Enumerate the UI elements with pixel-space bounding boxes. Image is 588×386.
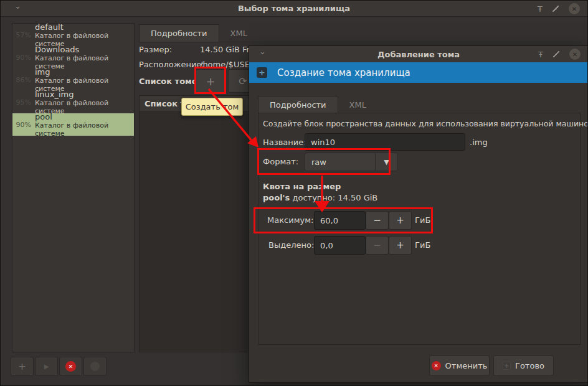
max-unit: ГиБ — [415, 215, 430, 225]
chevron-down-icon: ▼ — [375, 153, 397, 171]
plus-icon: + — [18, 360, 26, 372]
pool-type: Каталог в файловой системе — [35, 121, 134, 138]
add-volume-dialog: ⌄ Добавление тома Ŧ ✕ + Создание тома хр… — [249, 45, 588, 383]
pool-row-default[interactable]: 57% default Каталог в файловой системе — [12, 24, 134, 46]
alloc-increase-button[interactable]: + — [389, 236, 412, 255]
dialog-banner-title: Создание тома хранилища — [277, 67, 410, 78]
pin-icon[interactable]: Ŧ — [538, 4, 543, 14]
pool-row-downloads[interactable]: 90% Downloads Каталог в файловой системе — [12, 46, 134, 68]
dialog-header-banner: + Создание тома хранилища — [249, 62, 588, 83]
main-window-titlebar: ⌄ Выбор тома хранилища Ŧ ✕ — [1, 1, 587, 17]
pool-usage-percent: 95% — [12, 98, 35, 106]
format-label: Формат: — [263, 157, 298, 166]
dialog-title: Добавление тома — [249, 50, 588, 59]
finish-button[interactable]: + Готово — [493, 355, 554, 376]
alloc-size-input[interactable]: 0,0 — [314, 236, 366, 255]
alloc-label: Выделено: — [268, 240, 314, 250]
play-icon: ▶ — [44, 363, 49, 370]
new-volume-icon: + — [257, 67, 267, 78]
pool-name: img — [35, 67, 134, 77]
name-label: Название: — [263, 138, 306, 147]
start-pool-button[interactable]: ▶ — [35, 357, 58, 376]
restore-icon[interactable] — [553, 51, 559, 57]
plus-icon: + — [206, 75, 215, 88]
pool-list: 57% default Каталог в файловой системе 9… — [12, 23, 135, 352]
quota-available: доступно: 14.50 GiB — [290, 193, 377, 202]
max-label: Максимум: — [267, 215, 313, 225]
create-volume-tooltip: Создать том — [181, 98, 243, 116]
pool-usage-percent: 90% — [12, 121, 35, 129]
size-value: 14.50 GiB Fr — [200, 45, 250, 54]
name-suffix: .img — [470, 138, 488, 147]
dialog-titlebar: ⌄ Добавление тома Ŧ ✕ — [249, 46, 588, 62]
max-decrease-button[interactable]: − — [366, 211, 389, 230]
alloc-size-value: 0,0 — [320, 241, 333, 250]
close-icon[interactable]: ✕ — [569, 49, 581, 60]
pool-name: linux_img — [35, 90, 134, 99]
main-tabstrip: Подробности XML — [139, 24, 582, 42]
plus-icon: + — [396, 215, 404, 226]
quota-pool-name: pool's — [263, 193, 290, 202]
add-pool-button[interactable]: + — [11, 357, 34, 376]
max-size-value: 60,0 — [320, 216, 338, 225]
volume-name-input[interactable]: win10 — [305, 133, 465, 151]
pool-name: default — [35, 22, 134, 32]
format-value: raw — [305, 158, 375, 167]
close-icon[interactable]: ✕ — [569, 3, 580, 14]
cancel-button[interactable]: ✕ Отменить — [429, 355, 490, 376]
tab-xml[interactable]: XML — [219, 25, 258, 42]
pin-icon[interactable]: Ŧ — [538, 50, 543, 59]
stop-pool-button[interactable]: ✕ — [59, 357, 82, 376]
finish-label: Готово — [515, 361, 544, 370]
pool-usage-percent: 86% — [12, 76, 35, 84]
pool-row-pool-selected[interactable]: 90% pool Каталог в файловой системе — [12, 113, 134, 136]
dialog-tab-details[interactable]: Подробности — [258, 96, 338, 113]
finish-icon: + — [503, 362, 511, 370]
delete-pool-button[interactable] — [83, 357, 107, 376]
pool-row-linux-img[interactable]: 95% linux_img Каталог в файловой системе — [12, 91, 134, 113]
dialog-tab-xml[interactable]: XML — [338, 96, 377, 113]
dialog-description: Создайте блок пространства данных для ис… — [263, 119, 581, 128]
delete-icon — [90, 362, 100, 371]
format-select[interactable]: raw ▼ — [305, 153, 398, 171]
max-increase-button[interactable]: + — [389, 211, 412, 230]
pool-name: Downloads — [35, 45, 134, 54]
pool-usage-percent: 90% — [12, 54, 35, 62]
tab-details[interactable]: Подробности — [139, 24, 219, 42]
main-window-title: Выбор тома хранилища — [1, 4, 587, 13]
plus-icon: + — [396, 240, 404, 251]
minus-icon: − — [373, 240, 381, 251]
stop-icon: ✕ — [65, 361, 76, 372]
location-label: Расположение: — [139, 60, 204, 69]
minus-icon: − — [373, 215, 381, 226]
create-volume-button[interactable]: + — [196, 69, 225, 93]
location-value: /home/$USE — [200, 60, 250, 69]
volumes-label: Список томов — [139, 77, 202, 86]
refresh-icon: ⟳ — [239, 75, 247, 87]
pool-name: pool — [35, 112, 134, 121]
quota-title: Квота на размер — [263, 182, 341, 191]
pool-actions-toolbar: + ▶ ✕ — [11, 357, 107, 376]
screen: ⌄ Выбор тома хранилища Ŧ ✕ 57% default К… — [0, 0, 588, 386]
restore-icon[interactable] — [552, 6, 559, 12]
cancel-icon: ✕ — [432, 361, 441, 370]
pool-row-img[interactable]: 86% img Каталог в файловой системе — [12, 68, 134, 91]
max-size-input[interactable]: 60,0 — [314, 211, 366, 230]
cancel-label: Отменить — [445, 361, 488, 370]
size-label: Размер: — [139, 45, 172, 54]
dialog-tabstrip: Подробности XML — [258, 96, 377, 113]
pool-usage-percent: 57% — [12, 31, 35, 39]
alloc-decrease-button[interactable]: − — [366, 236, 389, 255]
alloc-unit: ГиБ — [415, 240, 430, 250]
volume-name-value: win10 — [311, 138, 335, 147]
